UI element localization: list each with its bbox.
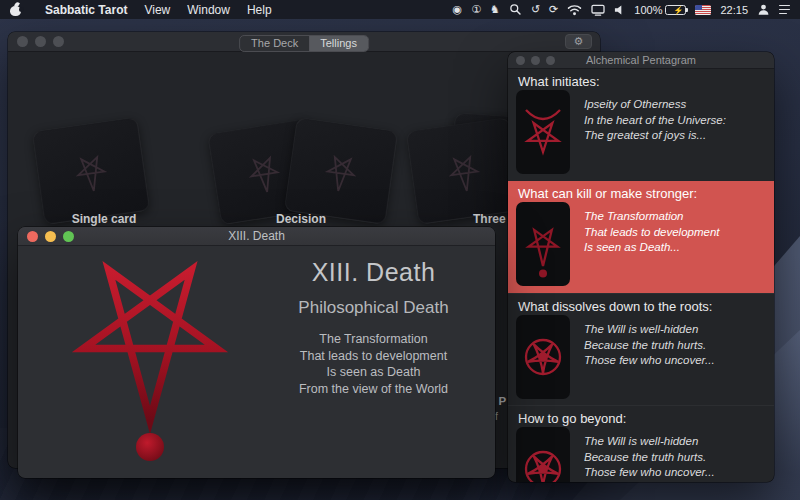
reading-row-what-can-kill[interactable]: What can kill or make stronger: The Tran…: [508, 181, 774, 293]
card-window-titlebar[interactable]: XIII. Death: [18, 227, 495, 246]
reading-row-what-initiates[interactable]: What initiates: Ipseity of Otherness In …: [508, 69, 774, 181]
tarot-card-thumbnail[interactable]: [516, 315, 570, 399]
card-back[interactable]: [284, 117, 398, 224]
tarot-card-thumbnail[interactable]: [516, 202, 570, 286]
death-pentagram-icon: [519, 208, 567, 280]
menu-bar: Sabbatic Tarot View Window Help ◉ ① ♞ ↺ …: [0, 0, 800, 19]
deck-tellings-segmented-control: The Deck Tellings: [239, 35, 369, 52]
battery-icon: ⚡: [665, 5, 686, 15]
orbit-icon[interactable]: ⟳: [549, 4, 558, 15]
zoom-button[interactable]: [53, 36, 64, 47]
zoom-button[interactable]: [63, 231, 74, 242]
minimize-button[interactable]: [45, 231, 56, 242]
input-language-flag-icon[interactable]: [695, 5, 711, 15]
row-card-text: The Transformation That leads to develop…: [584, 209, 720, 256]
window-title: XIII. Death: [18, 229, 495, 243]
airplay-display-icon[interactable]: [591, 4, 605, 16]
dog-status-icon[interactable]: ♞: [490, 4, 500, 15]
tarot-card-thumbnail[interactable]: [516, 90, 570, 174]
volume-icon[interactable]: [614, 4, 625, 16]
reading-row-what-dissolves[interactable]: What dissolves down to the roots: The Wi…: [508, 293, 774, 405]
row-header: What dissolves down to the roots:: [518, 299, 712, 314]
card-verse: The Transformation That leads to develop…: [258, 331, 489, 397]
card-detail-window: XIII. Death XIII. Death Philosophical De…: [18, 227, 495, 478]
tab-the-deck[interactable]: The Deck: [240, 36, 309, 51]
menu-help[interactable]: Help: [247, 3, 272, 17]
row-card-text: Ipseity of Otherness In the heart of the…: [584, 97, 726, 144]
user-icon[interactable]: [757, 3, 770, 16]
row-card-text: The Will is well-hidden Because the trut…: [584, 322, 715, 369]
horned-pentagram-icon: [519, 96, 567, 168]
tarot-card-thumbnail[interactable]: [516, 427, 570, 482]
spotlight-search-icon[interactable]: [509, 3, 522, 16]
tab-tellings[interactable]: Tellings: [309, 36, 368, 51]
time-machine-icon[interactable]: ↺: [531, 4, 540, 15]
minimize-button[interactable]: [35, 36, 46, 47]
close-button[interactable]: [516, 56, 525, 65]
battery-percent-label: 100%: [634, 4, 662, 16]
apple-menu-icon[interactable]: [10, 3, 22, 16]
close-button[interactable]: [27, 231, 38, 242]
ring-star-icon: [519, 433, 567, 482]
reading-row-how-to-go-beyond[interactable]: How to go beyond: The Will is well-hidde…: [508, 405, 774, 482]
reading-window-titlebar[interactable]: Alchemical Pentagram: [508, 52, 774, 69]
menu-window[interactable]: Window: [187, 3, 230, 17]
card-back[interactable]: [406, 117, 522, 225]
menu-view[interactable]: View: [144, 3, 170, 17]
death-pentagram-illustration: [54, 254, 246, 468]
settings-button[interactable]: ⚙: [565, 34, 592, 49]
row-card-text: The Will is well-hidden Because the trut…: [584, 434, 715, 481]
info-circle-icon[interactable]: ①: [471, 4, 481, 15]
zoom-button[interactable]: [546, 56, 555, 65]
row-header: How to go beyond:: [518, 411, 626, 426]
card-back[interactable]: [32, 117, 150, 225]
deck-window-titlebar[interactable]: The Deck Tellings ⚙: [8, 32, 600, 52]
spread-label-decision[interactable]: Decision: [245, 212, 357, 226]
close-button[interactable]: [17, 36, 28, 47]
app-menu-title[interactable]: Sabbatic Tarot: [45, 3, 127, 17]
row-header: What can kill or make stronger:: [518, 186, 697, 201]
eye-status-icon[interactable]: ◉: [453, 4, 463, 15]
alchemical-pentagram-window: Alchemical Pentagram What initiates: Ips…: [508, 52, 774, 482]
card-heading: XIII. Death: [258, 258, 489, 287]
ring-star-icon: [519, 321, 567, 393]
wifi-icon[interactable]: [567, 4, 582, 16]
battery-indicator[interactable]: 100% ⚡: [634, 4, 686, 16]
minimize-button[interactable]: [531, 56, 540, 65]
row-header: What initiates:: [518, 74, 600, 89]
notification-center-icon[interactable]: [779, 5, 790, 15]
gear-icon: ⚙: [574, 36, 584, 47]
spread-label-single-card[interactable]: Single card: [48, 212, 160, 226]
menu-bar-clock[interactable]: 22:15: [720, 4, 748, 16]
card-subheading: Philosophical Death: [258, 298, 489, 318]
